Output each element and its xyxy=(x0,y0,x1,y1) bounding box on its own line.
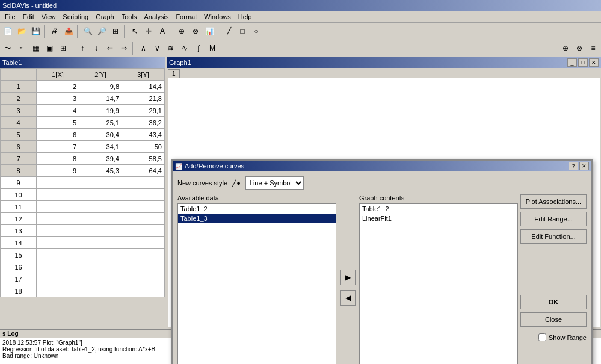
tool8[interactable]: ⇐ xyxy=(103,42,117,55)
tool18[interactable]: ≡ xyxy=(587,42,600,55)
graph-item-table1-2[interactable]: Table1_2 xyxy=(360,204,517,214)
available-item-table1-3[interactable]: Table1_3 xyxy=(178,214,336,223)
save-btn[interactable]: 💾 xyxy=(29,25,42,38)
menu-graph[interactable]: Graph xyxy=(92,12,118,22)
ok-btn[interactable]: OK xyxy=(520,295,587,309)
new-btn[interactable]: 📄 xyxy=(1,25,14,38)
graph-maximize-btn[interactable]: □ xyxy=(578,58,588,67)
cell[interactable]: 14,4 xyxy=(122,81,165,93)
col-y1-header[interactable]: 2[Y] xyxy=(79,69,122,81)
fit-btn[interactable]: ⊞ xyxy=(109,25,122,38)
table-row: 2 3 14,7 21,8 xyxy=(1,93,165,105)
graph-minimize-btn[interactable]: _ xyxy=(567,58,577,67)
spreadsheet[interactable]: 1[X] 2[Y] 3[Y] 1 2 9,8 14,4 2 3 xyxy=(0,68,165,329)
plot-btn[interactable]: 📊 xyxy=(203,25,216,38)
tool12[interactable]: ≋ xyxy=(164,42,177,55)
edit-range-btn[interactable]: Edit Range... xyxy=(520,212,587,226)
tool4[interactable]: ▣ xyxy=(43,42,56,55)
edit-function-btn[interactable]: Edit Function... xyxy=(520,229,587,244)
zoom-x-btn[interactable]: ⊕ xyxy=(175,25,188,38)
tool11[interactable]: ∨ xyxy=(150,42,164,55)
tool6[interactable]: ↑ xyxy=(76,42,89,55)
graph-contents-list[interactable]: Table1_2 LinearFit1 xyxy=(359,203,518,364)
available-item-table1-2[interactable]: Table1_2 xyxy=(178,204,336,214)
graph-item-linearfit1[interactable]: LinearFit1 xyxy=(360,214,517,223)
show-range-checkbox[interactable] xyxy=(538,333,546,341)
cell[interactable]: 14,7 xyxy=(79,93,122,105)
cell[interactable]: 4 xyxy=(37,105,79,117)
tool15[interactable]: M xyxy=(206,42,219,55)
table-row: 17 xyxy=(1,273,165,285)
line-btn[interactable]: ╱ xyxy=(222,25,235,38)
cell[interactable]: 9,8 xyxy=(79,81,122,93)
menu-file[interactable]: File xyxy=(1,12,19,22)
menu-help[interactable]: Help xyxy=(235,12,256,22)
dialog-close-btn[interactable]: ✕ xyxy=(579,162,589,170)
cell[interactable]: 9 xyxy=(37,165,79,177)
print-btn[interactable]: 🖨 xyxy=(48,25,61,38)
cell[interactable]: 64,4 xyxy=(122,165,165,177)
add-curve-btn[interactable]: ▶ xyxy=(340,270,356,285)
cell[interactable]: 43,4 xyxy=(122,129,165,141)
circle-btn[interactable]: ○ xyxy=(250,25,263,38)
cell[interactable]: 34,1 xyxy=(79,141,122,153)
tool7[interactable]: ↓ xyxy=(90,42,103,55)
cell[interactable]: 2 xyxy=(37,81,79,93)
plot-associations-btn[interactable]: Plot Associations... xyxy=(520,194,587,209)
tool10[interactable]: ∧ xyxy=(137,42,150,55)
cell[interactable]: 5 xyxy=(37,117,79,129)
dialog-help-btn[interactable]: ? xyxy=(569,162,578,170)
tool17[interactable]: ⊗ xyxy=(573,42,586,55)
cell[interactable]: 30,4 xyxy=(79,129,122,141)
zoom-out-btn[interactable]: 🔎 xyxy=(95,25,108,38)
crosshair-btn[interactable]: ✛ xyxy=(142,25,155,38)
tool13[interactable]: ∿ xyxy=(178,42,191,55)
menu-edit[interactable]: Edit xyxy=(19,12,38,22)
zoom-y-btn[interactable]: ⊗ xyxy=(189,25,202,38)
style-select[interactable]: Line + Symbol xyxy=(245,176,304,190)
close-btn[interactable]: Close xyxy=(520,312,587,327)
cell[interactable]: 36,2 xyxy=(122,117,165,129)
graph-tab-1[interactable]: 1 xyxy=(168,69,180,78)
tool14[interactable]: ∫ xyxy=(192,42,205,55)
remove-curve-btn[interactable]: ◀ xyxy=(340,290,356,306)
tool16[interactable]: ⊕ xyxy=(559,42,572,55)
cell[interactable]: 7 xyxy=(37,141,79,153)
open-btn[interactable]: 📂 xyxy=(15,25,28,38)
cell[interactable]: 45,3 xyxy=(79,165,122,177)
menu-windows[interactable]: Windows xyxy=(200,12,235,22)
table-row: 9 xyxy=(1,177,165,189)
cell[interactable]: 50 xyxy=(122,141,165,153)
cell[interactable]: 29,1 xyxy=(122,105,165,117)
tool9[interactable]: ⇒ xyxy=(117,42,131,55)
menu-view[interactable]: View xyxy=(38,12,60,22)
menu-tools[interactable]: Tools xyxy=(118,12,141,22)
col-x-header[interactable]: 1[X] xyxy=(37,69,79,81)
cell[interactable]: 6 xyxy=(37,129,79,141)
cell[interactable]: 3 xyxy=(37,93,79,105)
row-num: 7 xyxy=(1,153,37,165)
tool1[interactable]: 〜 xyxy=(1,42,14,55)
graph-close-btn[interactable]: ✕ xyxy=(589,58,599,67)
cell[interactable]: 21,8 xyxy=(122,93,165,105)
menu-analysis[interactable]: Analysis xyxy=(140,12,172,22)
cell[interactable]: 19,9 xyxy=(79,105,122,117)
cell[interactable]: 39,4 xyxy=(79,153,122,165)
zoom-in-btn[interactable]: 🔍 xyxy=(81,25,94,38)
menu-scripting[interactable]: Scripting xyxy=(59,12,92,22)
cell[interactable]: 58,5 xyxy=(122,153,165,165)
graph-title-bar: Graph1 _ □ ✕ xyxy=(167,57,601,68)
tool3[interactable]: ▦ xyxy=(29,42,42,55)
text-btn[interactable]: A xyxy=(156,25,169,38)
menu-format[interactable]: Format xyxy=(172,12,200,22)
export-btn[interactable]: 📤 xyxy=(62,25,75,38)
available-data-list[interactable]: Table1_2 Table1_3 xyxy=(177,203,336,364)
cell[interactable]: 8 xyxy=(37,153,79,165)
pointer-btn[interactable]: ↖ xyxy=(128,25,141,38)
tool5[interactable]: ⊞ xyxy=(57,42,70,55)
cell[interactable]: 25,1 xyxy=(79,117,122,129)
rect-btn[interactable]: □ xyxy=(236,25,249,38)
new-curves-style-row: New curves style ╱● Line + Symbol xyxy=(177,176,587,190)
col-y2-header[interactable]: 3[Y] xyxy=(122,69,165,81)
tool2[interactable]: ≈ xyxy=(15,42,28,55)
